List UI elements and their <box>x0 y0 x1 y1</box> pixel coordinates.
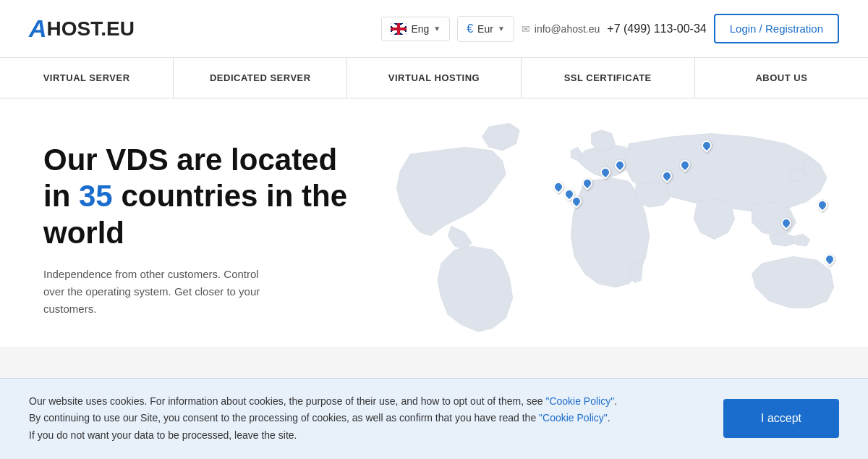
email-address[interactable]: info@ahost.eu <box>535 23 600 35</box>
logo[interactable]: AHOST.EU <box>29 14 135 43</box>
header-controls: Eng ▼ € Eur ▼ ✉ info@ahost.eu +7 (499) 1… <box>381 14 839 43</box>
map-pin-4 <box>582 178 592 191</box>
map-pin-2 <box>553 182 563 195</box>
currency-selector[interactable]: € Eur ▼ <box>457 16 514 42</box>
map-pin-12 <box>825 254 835 267</box>
euro-icon: € <box>467 22 473 35</box>
nav-item-virtual-server[interactable]: VIRTUAL SERVER <box>0 58 174 98</box>
nav-item-dedicated-server[interactable]: DEDICATED SERVER <box>174 58 347 98</box>
world-map <box>376 113 868 347</box>
hero-title-number: 35 <box>79 179 113 213</box>
main-navigation: VIRTUAL SERVER DEDICATED SERVER VIRTUAL … <box>0 58 868 98</box>
phone-number: +7 (499) 113-00-34 <box>607 22 706 35</box>
map-pin-11 <box>817 200 827 213</box>
hero-description: Independence from other customers. Contr… <box>43 266 260 318</box>
login-registration-button[interactable]: Login / Registration <box>714 14 839 43</box>
chevron-down-icon: ▼ <box>433 25 441 33</box>
map-pin-1 <box>702 140 712 153</box>
hero-section: Our VDS are located in 35 countries in t… <box>0 98 868 347</box>
map-pin-10 <box>781 218 791 231</box>
logo-text: HOST.EU <box>47 17 135 41</box>
nav-item-about-us[interactable]: ABOUT US <box>695 58 868 98</box>
email-icon: ✉ <box>522 23 530 35</box>
lang-label: Eng <box>411 23 429 35</box>
logo-letter-a: A <box>29 14 47 43</box>
map-pin-5 <box>571 196 582 209</box>
map-pin-6 <box>600 167 610 180</box>
currency-label: Eur <box>477 23 493 35</box>
nav-item-ssl-certificate[interactable]: SSL CERTIFICATE <box>522 58 695 98</box>
hero-title-line1: Our VDS are located <box>43 143 337 177</box>
map-pins-layer <box>376 113 868 347</box>
language-selector[interactable]: Eng ▼ <box>381 17 450 41</box>
chevron-down-icon: ▼ <box>498 25 505 33</box>
hero-title: Our VDS are located in 35 countries in t… <box>43 142 376 251</box>
header: AHOST.EU Eng ▼ € Eur ▼ ✉ info@ahost.eu +… <box>0 0 868 58</box>
email-section: ✉ info@ahost.eu <box>522 23 600 35</box>
map-pin-7 <box>615 160 625 173</box>
flag-icon <box>391 23 407 35</box>
nav-item-virtual-hosting[interactable]: VIRTUAL HOSTING <box>347 58 521 98</box>
hero-content: Our VDS are located in 35 countries in t… <box>43 142 376 318</box>
hero-title-line2-prefix: in <box>43 179 79 213</box>
map-pin-9 <box>680 160 690 173</box>
map-pin-8 <box>662 171 672 184</box>
